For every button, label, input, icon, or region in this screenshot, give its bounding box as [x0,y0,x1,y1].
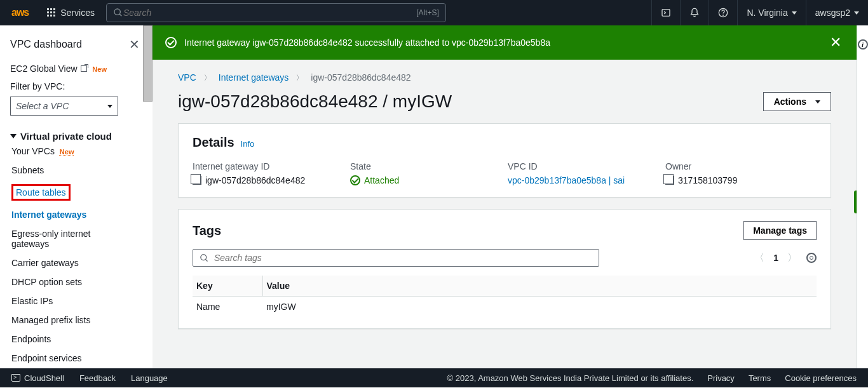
breadcrumb-vpc[interactable]: VPC [178,72,196,83]
sidebar-item-your-vpcs[interactable]: Your VPCs New [10,142,153,161]
services-grid-icon [46,8,57,18]
chevron-right-icon: 〉 [296,73,303,83]
sidebar-item-dhcp-option-sets[interactable]: DHCP option sets [10,272,153,291]
page-prev-icon[interactable]: 〈 [754,251,764,265]
caret-down-icon [792,11,797,15]
state-label: State [350,161,501,171]
flash-close-icon[interactable]: ✕ [827,34,844,51]
search-shortcut-hint: [Alt+S] [416,8,439,17]
vpc-filter-select[interactable]: Select a VPC [10,97,118,116]
region-selector[interactable]: N. Virginia [737,0,805,25]
vpc-id-link[interactable]: vpc-0b29b13f7ba0e5b8a | sai [508,175,625,185]
sidebar-item-endpoints[interactable]: Endpoints [10,330,153,349]
search-icon [200,253,209,263]
breadcrumb-internet-gateways[interactable]: Internet gateways [219,72,289,83]
sidebar: VPC dashboard ✕ EC2 Global View New Filt… [0,25,153,368]
settings-gear-icon[interactable] [806,253,817,263]
cloudshell-icon-button[interactable] [651,0,680,25]
sidebar-item-endpoint-services[interactable]: Endpoint services [10,349,153,368]
close-sidebar-icon[interactable]: ✕ [129,37,140,52]
feedback-link[interactable]: Feedback [79,373,116,383]
sidebar-item-route-tables[interactable]: Route tables [10,180,153,205]
search-input[interactable] [123,8,416,18]
sidebar-item-elastic-ips[interactable]: Elastic IPs [10,291,153,311]
tags-key-header: Key [193,276,262,297]
manage-tags-button[interactable]: Manage tags [743,221,817,240]
details-panel: Details Info Internet gateway ID igw-057… [178,123,831,197]
cloudshell-link[interactable]: CloudShell [11,373,64,383]
tag-key: Name [193,297,262,318]
owner-label: Owner [665,161,817,171]
cloudshell-icon [11,374,20,382]
help-button[interactable] [709,0,737,25]
flash-message: Internet gateway igw-057d28b86dc84e482 s… [184,37,820,48]
info-panel-toggle[interactable]: i [857,25,868,368]
tags-table: Key Value Name myIGW [193,276,817,317]
top-nav: aws Services [Alt+S] N. Virginia awsgsp2 [0,0,868,25]
success-flash: Internet gateway igw-057d28b86dc84e482 s… [153,25,857,60]
tags-panel: Tags Manage tags 〈 1 〉 [178,209,831,329]
cloudshell-icon [661,8,671,18]
filter-by-vpc-label: Filter by VPC: [10,81,153,91]
details-title: Details [193,135,234,150]
privacy-link[interactable]: Privacy [707,373,735,383]
table-row: Name myIGW [193,297,817,318]
success-check-icon [165,37,177,48]
search-tags-input[interactable] [214,253,592,263]
details-info-link[interactable]: Info [241,139,255,149]
caret-down-icon [854,11,859,15]
aws-logo[interactable]: aws [0,7,40,18]
scrollbar[interactable] [143,25,153,102]
language-link[interactable]: Language [131,373,168,383]
copyright-text: © 2023, Amazon Web Services India Privat… [447,373,694,383]
tags-title: Tags [193,224,221,238]
tag-value: myIGW [262,297,817,318]
actions-button[interactable]: Actions [763,92,831,111]
new-badge: New [60,148,74,156]
vpc-id-label: VPC ID [508,161,659,171]
main-content: Internet gateway igw-057d28b86dc84e482 s… [153,25,857,368]
help-icon [718,8,728,18]
svg-point-4 [723,15,724,16]
footer: CloudShell Feedback Language © 2023, Ama… [0,368,868,387]
igw-id-value: igw-057d28b86dc84e482 [205,175,305,185]
bell-icon [689,8,700,18]
page-next-icon[interactable]: 〉 [787,251,797,265]
new-badge: New [92,65,107,73]
notifications-button[interactable] [680,0,709,25]
svg-line-1 [119,14,121,16]
svg-point-0 [114,9,120,15]
sidebar-title[interactable]: VPC dashboard [10,39,82,50]
services-label: Services [60,8,95,18]
section-virtual-private-cloud[interactable]: Virtual private cloud [10,131,153,142]
state-value: Attached [364,175,399,185]
tags-value-header: Value [262,276,817,297]
search-tags-field[interactable] [193,249,599,267]
breadcrumb: VPC 〉 Internet gateways 〉 igw-057d28b86d… [178,72,831,83]
triangle-down-icon [10,134,17,138]
search-icon [113,8,123,18]
copy-icon[interactable] [193,176,201,185]
ec2-global-view-link[interactable]: EC2 Global View New [10,60,153,77]
sidebar-item-carrier-gateways[interactable]: Carrier gateways [10,253,153,272]
copy-icon[interactable] [665,176,674,185]
svg-line-6 [205,259,207,261]
chevron-right-icon: 〉 [204,73,211,83]
caret-down-icon [107,105,112,108]
account-menu[interactable]: awsgsp2 [806,0,868,25]
external-link-icon [81,65,87,72]
breadcrumb-current: igw-057d28b86dc84e482 [311,72,410,83]
feedback-tab[interactable] [854,191,857,213]
sidebar-item-internet-gateways[interactable]: Internet gateways [10,205,153,224]
sidebar-item-egress-only[interactable]: Egress-only internet gateways [10,224,118,253]
services-menu[interactable]: Services [40,8,101,18]
cookie-preferences-link[interactable]: Cookie preferences [785,373,857,383]
owner-value: 317158103799 [678,175,737,185]
terms-link[interactable]: Terms [749,373,771,383]
search-bar[interactable]: [Alt+S] [106,3,446,22]
sidebar-item-subnets[interactable]: Subnets [10,161,153,180]
svg-point-5 [201,254,207,260]
sidebar-item-managed-prefix-lists[interactable]: Managed prefix lists [10,311,153,330]
caret-down-icon [815,100,820,104]
page-title: igw-057d28b86dc84e482 / myIGW [178,91,452,112]
